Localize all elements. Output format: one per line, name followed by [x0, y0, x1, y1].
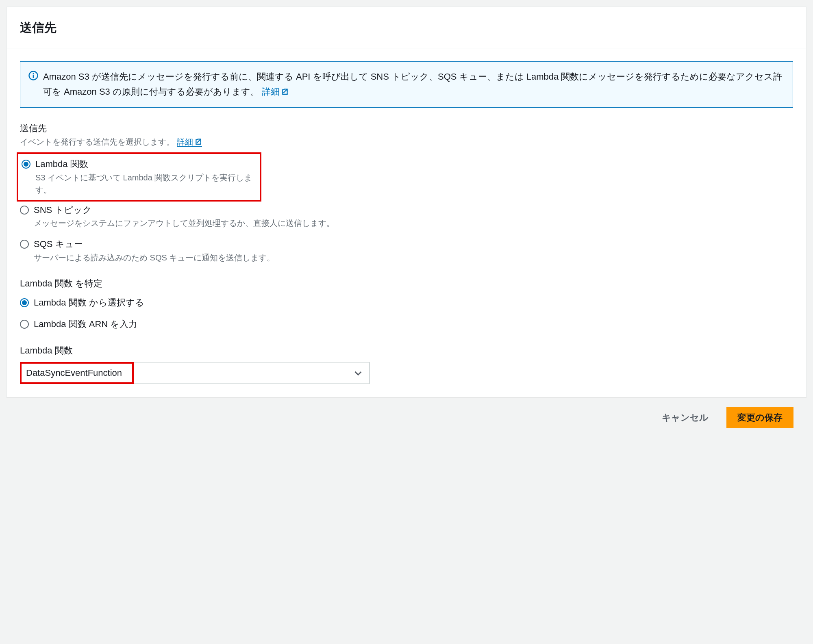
external-link-icon: [195, 136, 202, 148]
info-icon: [28, 71, 38, 80]
radio-destination-sqs[interactable]: SQS キュー サーバーによる読み込みのため SQS キューに通知を送信します。: [20, 236, 793, 265]
save-button[interactable]: 変更の保存: [726, 407, 793, 428]
radio-indicator[interactable]: [22, 160, 30, 169]
radio-label: SNS トピック: [34, 204, 793, 217]
radio-description: サーバーによる読み込みのため SQS キューに通知を送信します。: [34, 252, 793, 264]
radio-specify-choose[interactable]: Lambda 関数 から選択する: [20, 294, 793, 310]
radio-indicator[interactable]: [20, 320, 29, 329]
lambda-function-selected-value: DataSyncEventFunction: [26, 366, 122, 379]
radio-destination-sns[interactable]: SNS トピック メッセージをシステムにファンアウトして並列処理するか、直接人に…: [20, 202, 793, 230]
radio-indicator[interactable]: [20, 298, 29, 307]
radio-label: Lambda 関数: [35, 158, 257, 171]
info-message: Amazon S3 が送信先にメッセージを発行する前に、関連する API を呼び…: [43, 72, 782, 97]
svg-rect-1: [33, 75, 34, 78]
radio-description: メッセージをシステムにファンアウトして並列処理するか、直接人に送信します。: [34, 217, 793, 229]
lambda-select-label: Lambda 関数: [20, 344, 793, 357]
specify-radio-group: Lambda 関数 から選択する Lambda 関数 ARN を入力: [20, 294, 793, 332]
destination-label: 送信先: [20, 121, 793, 135]
radio-label: Lambda 関数 ARN を入力: [34, 318, 793, 331]
panel-header: 送信先: [7, 7, 806, 48]
footer-actions: キャンセル 変更の保存: [7, 401, 806, 432]
cancel-button[interactable]: キャンセル: [651, 408, 719, 428]
radio-label: Lambda 関数 から選択する: [34, 297, 793, 309]
svg-rect-2: [33, 73, 34, 74]
page-title: 送信先: [20, 18, 793, 37]
radio-indicator[interactable]: [20, 206, 29, 215]
destination-learn-more-link[interactable]: 詳細: [177, 137, 202, 147]
radio-indicator[interactable]: [20, 240, 29, 249]
chevron-down-icon: [354, 366, 362, 379]
highlight-lambda-option: Lambda 関数 S3 イベントに基づいて Lambda 関数スクリプトを実行…: [17, 152, 261, 202]
info-learn-more-link[interactable]: 詳細: [262, 87, 289, 97]
info-text: Amazon S3 が送信先にメッセージを発行する前に、関連する API を呼び…: [43, 69, 785, 100]
specify-label: Lambda 関数 を特定: [20, 277, 793, 290]
radio-specify-arn[interactable]: Lambda 関数 ARN を入力: [20, 316, 793, 332]
radio-description: S3 イベントに基づいて Lambda 関数スクリプトを実行します。: [35, 171, 257, 196]
radio-label: SQS キュー: [34, 238, 793, 251]
destination-description: イベントを発行する送信先を選択します。 詳細: [20, 136, 793, 148]
external-link-icon: [281, 85, 289, 100]
radio-destination-lambda[interactable]: Lambda 関数 S3 イベントに基づいて Lambda 関数スクリプトを実行…: [22, 156, 257, 197]
destination-radio-group: Lambda 関数 S3 イベントに基づいて Lambda 関数スクリプトを実行…: [20, 152, 793, 265]
info-alert: Amazon S3 が送信先にメッセージを発行する前に、関連する API を呼び…: [20, 61, 793, 108]
lambda-function-select[interactable]: DataSyncEventFunction: [20, 362, 370, 384]
